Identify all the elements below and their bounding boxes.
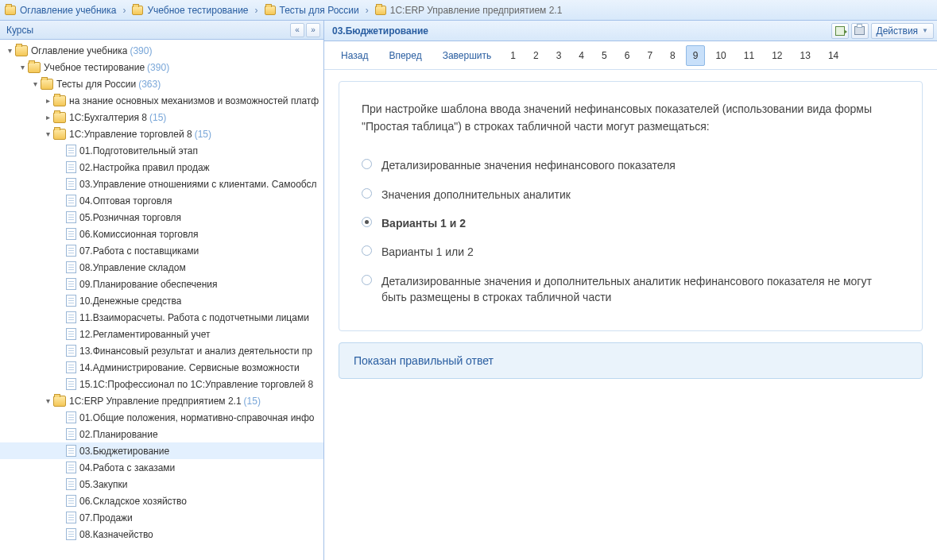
nav-page-1[interactable]: 1: [503, 45, 523, 66]
tree-page[interactable]: 09.Планирование обеспечения: [0, 276, 323, 292]
tree-page[interactable]: 05.Розничная торговля: [0, 209, 323, 226]
tree-page[interactable]: 14.Администрирование. Сервисные возможно…: [0, 359, 323, 376]
tree-label: 15.1С:Профессионал по 1С:Управление торг…: [79, 379, 313, 390]
tree-page[interactable]: 06.Складское хозяйство: [0, 492, 323, 509]
nav-page-4[interactable]: 4: [571, 45, 591, 66]
caret-down-icon[interactable]: ▾: [30, 79, 40, 89]
tree-count: (390): [147, 62, 169, 73]
radio-icon: [362, 275, 372, 285]
tree-label: 10.Денежные средства: [79, 295, 181, 307]
breadcrumb-item[interactable]: Оглавление учебника: [5, 5, 116, 16]
tree-page[interactable]: 10.Денежные средства: [0, 292, 323, 309]
nav-page-11[interactable]: 11: [737, 45, 761, 66]
question-nav: НазадВпередЗавершить1234567891011121314: [324, 41, 937, 70]
folder-icon: [53, 112, 66, 123]
nav-page-8[interactable]: 8: [663, 45, 683, 66]
tree-label: 05.Закупки: [79, 479, 127, 490]
tree-page[interactable]: 15.1С:Профессионал по 1С:Управление торг…: [0, 376, 323, 392]
tree-folder[interactable]: ▸на знание основных механизмов и возможн…: [0, 92, 323, 109]
tree-label: 08.Казначейство: [79, 529, 153, 540]
nav-page-7[interactable]: 7: [640, 45, 660, 66]
page-icon: [66, 228, 76, 240]
caret-spacer: [56, 313, 65, 322]
caret-right-icon[interactable]: ▸: [43, 113, 52, 122]
tree-count: (15): [149, 112, 166, 123]
caret-spacer: [56, 196, 65, 206]
tree-page[interactable]: 04.Оптовая торговля: [0, 192, 323, 209]
option-item[interactable]: Детализированные значения и дополнительн…: [362, 267, 900, 312]
nav-back-button[interactable]: Назад: [332, 45, 377, 66]
content: 03.Бюджетирование Действия ▼ НазадВперед…: [324, 21, 937, 560]
nav-page-14[interactable]: 14: [821, 45, 846, 66]
option-text: Детализированные значения и дополнительн…: [381, 273, 900, 306]
tree-page[interactable]: 11.Взаиморасчеты. Работа с подотчетными …: [0, 309, 323, 326]
tree-page[interactable]: 08.Казначейство: [0, 526, 323, 543]
caret-right-icon[interactable]: ▸: [43, 96, 52, 106]
nav-page-5[interactable]: 5: [594, 45, 614, 66]
tree-count: (363): [138, 79, 161, 90]
page-icon: [66, 278, 76, 290]
tree-page[interactable]: 07.Продажи: [0, 509, 323, 526]
export-button[interactable]: [831, 23, 849, 39]
nav-page-12[interactable]: 12: [765, 45, 789, 66]
caret-spacer: [56, 146, 65, 156]
tree-folder[interactable]: ▾Оглавление учебника (390): [0, 42, 323, 59]
caret-spacer: [56, 230, 65, 239]
caret-down-icon[interactable]: ▾: [5, 46, 14, 56]
actions-dropdown[interactable]: Действия ▼: [871, 23, 935, 39]
collapse-icon[interactable]: «: [290, 23, 304, 37]
tree-page[interactable]: 03.Бюджетирование: [0, 442, 323, 459]
breadcrumb-item[interactable]: Учебное тестирование: [132, 5, 248, 16]
tree-folder[interactable]: ▾1С:Управление торговлей 8 (15): [0, 126, 323, 142]
tree-page[interactable]: 05.Закупки: [0, 476, 323, 492]
caret-down-icon[interactable]: ▾: [43, 129, 52, 139]
tree-page[interactable]: 03.Управление отношениями с клиентами. С…: [0, 176, 323, 192]
tree-label: Учебное тестирование: [44, 62, 145, 73]
tree-label: 03.Бюджетирование: [79, 446, 169, 457]
caret-spacer: [56, 213, 65, 222]
tree-page[interactable]: 12.Регламентированный учет: [0, 326, 323, 342]
option-text: Значения дополнительных аналитик: [381, 187, 571, 203]
tree-page[interactable]: 02.Планирование: [0, 426, 323, 442]
expand-icon[interactable]: »: [306, 23, 320, 37]
tree-page[interactable]: 02.Настройка правил продаж: [0, 159, 323, 176]
nav-page-13[interactable]: 13: [793, 45, 818, 66]
caret-down-icon[interactable]: ▾: [43, 396, 52, 406]
page-icon: [66, 512, 76, 523]
breadcrumb: Оглавление учебника›Учебное тестирование…: [0, 0, 937, 21]
tree-folder[interactable]: ▾Учебное тестирование (390): [0, 59, 323, 75]
option-item[interactable]: Значения дополнительных аналитик: [362, 180, 900, 209]
print-button[interactable]: [851, 23, 869, 39]
page-icon: [66, 445, 76, 457]
option-item[interactable]: Варианты 1 или 2: [362, 238, 900, 266]
tree-page[interactable]: 07.Работа с поставщиками: [0, 242, 323, 259]
nav-forward-button[interactable]: Вперед: [380, 45, 430, 66]
folder-icon: [41, 79, 53, 90]
page-icon: [66, 428, 76, 440]
tree: ▾Оглавление учебника (390)▾Учебное тести…: [0, 40, 323, 560]
page-icon: [66, 195, 76, 207]
tree-folder[interactable]: ▾1С:ERP Управление предприятием 2.1 (15): [0, 392, 323, 409]
caret-spacer: [56, 530, 65, 539]
option-item[interactable]: Варианты 1 и 2: [362, 209, 900, 238]
nav-page-3[interactable]: 3: [549, 45, 569, 66]
tree-label: 12.Регламентированный учет: [79, 329, 211, 340]
tree-folder[interactable]: ▸1С:Бухгалтерия 8 (15): [0, 109, 323, 126]
breadcrumb-item[interactable]: Тесты для России: [265, 5, 359, 16]
tree-label: 02.Настройка правил продаж: [79, 162, 210, 173]
tree-page[interactable]: 13.Финансовый результат и анализ деятель…: [0, 342, 323, 359]
option-item[interactable]: Детализированные значения нефинансового …: [362, 151, 900, 180]
tree-page[interactable]: 01.Общие положения, нормативно-справочна…: [0, 409, 323, 426]
tree-page[interactable]: 08.Управление складом: [0, 259, 323, 276]
nav-page-10[interactable]: 10: [708, 45, 733, 66]
tree-folder[interactable]: ▾Тесты для России (363): [0, 75, 323, 92]
caret-down-icon[interactable]: ▾: [17, 63, 27, 72]
tree-page[interactable]: 01.Подготовительный этап: [0, 142, 323, 159]
nav-page-9[interactable]: 9: [686, 45, 706, 66]
nav-finish-button[interactable]: Завершить: [434, 45, 501, 66]
tree-label: Оглавление учебника: [31, 45, 127, 56]
tree-page[interactable]: 04.Работа с заказами: [0, 459, 323, 476]
tree-page[interactable]: 06.Комиссионная торговля: [0, 226, 323, 242]
nav-page-6[interactable]: 6: [618, 45, 637, 66]
nav-page-2[interactable]: 2: [526, 45, 546, 66]
